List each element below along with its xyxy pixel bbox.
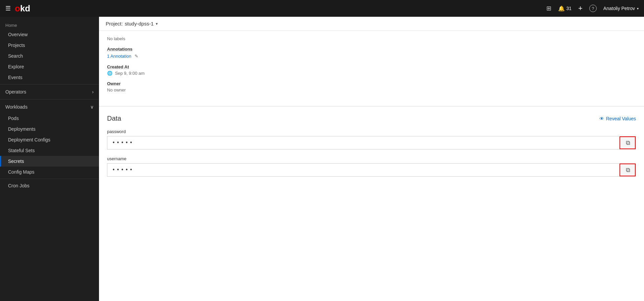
created-at-row: Created At 🌐 Sep 9, 9:00 am	[107, 64, 636, 76]
operators-chevron-icon: ›	[92, 89, 94, 95]
sidebar-item-overview-label: Overview	[8, 32, 28, 37]
sidebar-item-deployments[interactable]: Deployments	[0, 124, 99, 134]
sidebar-item-search[interactable]: Search	[0, 51, 99, 61]
copy-icon: ⧉	[626, 139, 630, 146]
reveal-values-label: Reveal Values	[606, 116, 636, 121]
workloads-chevron-icon: ∨	[90, 104, 94, 110]
add-icon[interactable]: +	[578, 4, 583, 13]
password-field: password ⧉	[107, 129, 636, 149]
username-copy-button[interactable]: ⧉	[620, 164, 636, 176]
reveal-eye-icon: 👁	[599, 116, 604, 121]
annotations-link-text: 1 Annotation	[107, 54, 131, 59]
notification-count: 31	[566, 6, 572, 11]
sidebar-item-projects-label: Projects	[8, 43, 25, 48]
annotations-value[interactable]: 1 Annotation ✎	[107, 54, 138, 59]
workloads-label: Workloads	[5, 104, 28, 110]
operators-label: Operators	[5, 89, 26, 95]
created-at-value: 🌐 Sep 9, 9:00 am	[107, 71, 636, 76]
sidebar-item-events[interactable]: Events	[0, 72, 99, 83]
labels-row: No labels	[107, 36, 636, 41]
project-name: study-dpss-1	[125, 21, 154, 26]
data-section-title: Data	[107, 115, 121, 122]
sidebar-workloads-section[interactable]: Workloads ∨	[0, 101, 99, 113]
data-section: Data 👁 Reveal Values password ⧉ userna	[99, 107, 644, 191]
secrets-label: Secrets	[8, 159, 24, 164]
hamburger-menu-icon[interactable]: ☰	[5, 5, 11, 12]
password-label: password	[107, 129, 636, 134]
sidebar-item-explore[interactable]: Explore	[0, 61, 99, 72]
stateful-sets-label: Stateful Sets	[8, 148, 35, 153]
sidebar-item-stateful-sets[interactable]: Stateful Sets	[0, 145, 99, 156]
password-value[interactable]	[107, 136, 620, 149]
logo-o: o	[15, 3, 20, 14]
top-navigation: ☰ okd ⊞ 🔔 31 + ? Anatoliy Petrov ▾	[0, 0, 644, 17]
data-section-header: Data 👁 Reveal Values	[107, 115, 636, 122]
sidebar-item-overview[interactable]: Overview	[0, 29, 99, 40]
owner-row: Owner No owner	[107, 81, 636, 93]
sidebar-item-events-label: Events	[8, 75, 22, 80]
logo[interactable]: okd	[15, 3, 30, 14]
deployments-label: Deployments	[8, 126, 36, 132]
copy-icon-2: ⧉	[626, 167, 630, 174]
user-menu[interactable]: Anatoliy Petrov ▾	[603, 6, 639, 11]
project-label: Project:	[106, 21, 123, 26]
created-at-title: Created At	[107, 64, 636, 69]
sidebar-operators-section[interactable]: Operators ›	[0, 86, 99, 98]
annotations-title: Annotations	[107, 47, 636, 52]
home-section-label: Home	[0, 19, 99, 29]
cron-jobs-label: Cron Jobs	[8, 183, 30, 188]
sidebar-item-projects[interactable]: Projects	[0, 40, 99, 51]
deployment-configs-label: Deployment Configs	[8, 137, 50, 142]
edit-annotation-icon[interactable]: ✎	[135, 54, 138, 59]
notifications-button[interactable]: 🔔 31	[558, 5, 572, 12]
grid-icon[interactable]: ⊞	[546, 5, 551, 12]
config-maps-label: Config Maps	[8, 169, 35, 175]
sidebar-item-cron-jobs[interactable]: Cron Jobs	[0, 180, 99, 191]
username-value[interactable]	[107, 164, 620, 176]
owner-value: No owner	[107, 87, 636, 93]
labels-value: No labels	[107, 36, 636, 41]
logo-kd: kd	[20, 3, 30, 14]
sidebar-item-secrets[interactable]: Secrets	[0, 156, 99, 167]
password-copy-button[interactable]: ⧉	[620, 136, 636, 149]
globe-icon: 🌐	[107, 71, 112, 76]
user-menu-chevron-icon: ▾	[637, 7, 639, 10]
project-bar: Project: study-dpss-1 ▾	[99, 17, 644, 31]
username-field: username ⧉	[107, 156, 636, 177]
sidebar-item-search-label: Search	[8, 53, 23, 59]
sidebar-item-config-maps[interactable]: Config Maps	[0, 167, 99, 177]
user-name: Anatoliy Petrov	[603, 6, 635, 11]
sidebar-item-pods[interactable]: Pods	[0, 113, 99, 124]
created-at-text: Sep 9, 9:00 am	[115, 71, 145, 76]
main-content: Project: study-dpss-1 ▾ No labels Annota…	[99, 17, 644, 301]
reveal-values-button[interactable]: 👁 Reveal Values	[599, 116, 636, 121]
sidebar-item-explore-label: Explore	[8, 64, 24, 69]
project-selector[interactable]: Project: study-dpss-1 ▾	[106, 21, 158, 26]
password-field-row: ⧉	[107, 136, 636, 149]
sidebar-item-deployment-configs[interactable]: Deployment Configs	[0, 134, 99, 145]
username-label: username	[107, 156, 636, 161]
meta-section: No labels Annotations 1 Annotation ✎ Cre…	[99, 31, 644, 107]
owner-title: Owner	[107, 81, 636, 86]
project-selector-chevron-icon: ▾	[156, 21, 158, 26]
pods-label: Pods	[8, 116, 19, 121]
annotations-row: Annotations 1 Annotation ✎	[107, 47, 636, 59]
help-icon[interactable]: ?	[589, 5, 597, 12]
bell-icon: 🔔	[558, 5, 565, 12]
username-field-row: ⧉	[107, 163, 636, 177]
sidebar: Home Overview Projects Search Explore Ev…	[0, 17, 99, 301]
